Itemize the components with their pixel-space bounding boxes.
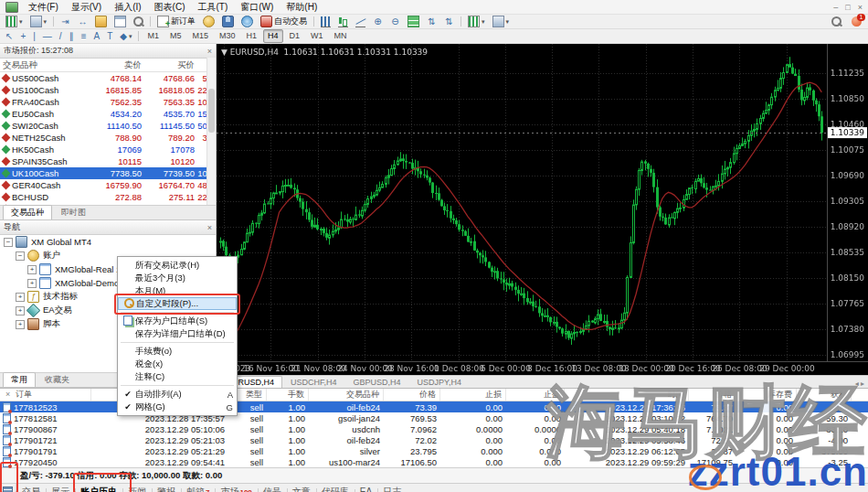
- market-watch-tab-即时图[interactable]: 即时图: [53, 205, 94, 219]
- window-layout-button[interactable]: [111, 15, 129, 28]
- market-watch-row[interactable]: FRA40Cash7562.357563.35100: [0, 96, 216, 108]
- context-menu-item[interactable]: ✔网格(G)G: [118, 401, 237, 413]
- tree-item[interactable]: −XM Global MT4: [0, 235, 216, 249]
- text-tool[interactable]: A: [90, 29, 102, 43]
- timeframe-m5[interactable]: M5: [165, 29, 186, 43]
- chart-tab-scroll-arrows[interactable]: ◂ ▸: [855, 380, 868, 388]
- context-menu-item[interactable]: 手续费(o): [118, 345, 237, 358]
- restore-button[interactable]: □: [845, 3, 850, 12]
- zoom-window-button[interactable]: [131, 15, 146, 28]
- menu-item-1[interactable]: 文件(F): [22, 0, 65, 14]
- chart-tab-usdjpyh4[interactable]: USDJPY,H4: [409, 376, 470, 388]
- order-row[interactable]: 1779017212023.12.29 05:21:03sell1.00oil-…: [0, 434, 868, 445]
- menu-item-5[interactable]: 工具(T): [191, 0, 234, 14]
- context-menu-item[interactable]: 保存为详细户口结单(D): [118, 327, 237, 340]
- timeframe-d1[interactable]: D1: [285, 29, 305, 43]
- market-watch-row[interactable]: GER40Cash16759.9016764.70480: [0, 179, 216, 191]
- mql-market-button[interactable]: [200, 15, 217, 28]
- menu-item-4[interactable]: 图表(C): [148, 0, 192, 14]
- notifications-button[interactable]: 1: [849, 15, 864, 28]
- zoom-out-button[interactable]: ⊖: [387, 15, 403, 28]
- context-menu-item[interactable]: 保存为户口结单(S): [118, 315, 237, 327]
- crosshair-tool[interactable]: +: [17, 29, 28, 43]
- auto-trading-button[interactable]: 自动交易: [258, 15, 310, 28]
- terminal-tab-账户历史[interactable]: 账户历史: [75, 486, 122, 492]
- context-menu-item[interactable]: 所有交易记录(H): [118, 259, 237, 272]
- arrange-up-button[interactable]: ⇅: [424, 15, 439, 28]
- periods-button[interactable]: ▾: [490, 15, 513, 28]
- context-menu-item[interactable]: 税金(x): [118, 358, 237, 370]
- context-menu-item[interactable]: 最近3个月(3): [118, 272, 237, 284]
- menu-item-6[interactable]: 窗口(W): [234, 0, 280, 14]
- terminal-tab-邮箱[interactable]: 邮箱7: [181, 486, 215, 492]
- new-chart-button[interactable]: ▾: [3, 15, 26, 28]
- zoom-in-button[interactable]: ⊕: [370, 15, 386, 28]
- tree-expand-icon[interactable]: +: [27, 279, 37, 288]
- context-menu-item[interactable]: ✔自动排列(A)A: [118, 388, 237, 401]
- terminal-tab-交易[interactable]: 交易: [16, 486, 46, 492]
- terminal-tab-文章[interactable]: 文章: [287, 486, 316, 492]
- vertical-line-tool[interactable]: |: [30, 29, 38, 43]
- tree-expand-icon[interactable]: +: [27, 265, 37, 274]
- timeframe-h4[interactable]: H4: [263, 29, 283, 43]
- navigator-tab-收藏夹[interactable]: 收藏夹: [37, 372, 78, 387]
- line-chart-button[interactable]: [353, 15, 368, 28]
- timeframe-w1[interactable]: W1: [306, 29, 328, 43]
- trendline-tool[interactable]: /: [57, 29, 65, 43]
- market-watch-row[interactable]: SWI20Cash11140.5011145.50500: [0, 120, 216, 132]
- chart-tab-usdchfh4[interactable]: USDCHF,H4: [282, 376, 345, 388]
- terminal-tab-日志[interactable]: 日志: [377, 486, 407, 492]
- label-tool[interactable]: T: [104, 29, 115, 43]
- fibonacci-tool[interactable]: ≡: [79, 29, 90, 43]
- close-icon[interactable]: ×: [3, 389, 13, 401]
- terminal-tab-展示[interactable]: 展示: [46, 486, 75, 492]
- profiles-button[interactable]: ▾: [27, 15, 50, 28]
- indicators-button[interactable]: ▾: [465, 15, 488, 28]
- market-watch-row[interactable]: NETH25Cash788.90789.2030: [0, 132, 216, 144]
- close-icon[interactable]: ×: [207, 223, 212, 232]
- close-icon[interactable]: ×: [207, 47, 212, 56]
- terminal-tab-警报[interactable]: 警报: [152, 486, 181, 492]
- market-watch-row[interactable]: SPAIN35Cash10115101205: [0, 155, 216, 167]
- chart-tab-gbpusdh4[interactable]: GBPUSD,H4: [345, 376, 409, 388]
- market-watch-scrollbar[interactable]: [206, 58, 216, 205]
- chart-shift-button[interactable]: ⇥: [58, 15, 73, 28]
- market-watch-tab-交易品种[interactable]: 交易品种: [3, 205, 52, 219]
- terminal-tab-市场[interactable]: 市场109: [215, 486, 257, 492]
- minimize-button[interactable]: ‒: [833, 3, 838, 12]
- context-menu-item[interactable]: 注释(C): [118, 370, 237, 383]
- terminal-tab-信号[interactable]: 信号: [258, 486, 287, 492]
- navigator-tab-常用[interactable]: 常用: [3, 372, 36, 387]
- horizontal-line-tool[interactable]: —: [40, 29, 55, 43]
- timeframe-m1[interactable]: M1: [143, 29, 164, 43]
- candle-chart-button[interactable]: [335, 15, 351, 28]
- market-watch-row[interactable]: BCHUSD272.88275.11223: [0, 191, 216, 203]
- market-watch-row[interactable]: US500Cash4768.144768.6652: [0, 72, 216, 84]
- channel-tool[interactable]: ∥: [67, 29, 77, 43]
- tree-expand-icon[interactable]: +: [16, 320, 25, 329]
- market-watch-row[interactable]: LTCUSD73.4073.80140: [0, 203, 216, 205]
- context-menu-item[interactable]: 自定义时段(P)...: [118, 297, 237, 310]
- scrollbar-thumb[interactable]: [208, 89, 215, 133]
- new-order-button[interactable]: 新订单: [154, 15, 198, 28]
- order-row[interactable]: 1779017912023.12.29 05:21:29sell1.00silv…: [0, 445, 868, 456]
- close-button[interactable]: ×: [858, 3, 863, 12]
- tile-windows-button[interactable]: [405, 15, 422, 28]
- auto-scroll-button[interactable]: ↔: [75, 15, 90, 28]
- web-trading-button[interactable]: [238, 15, 256, 28]
- market-watch-row[interactable]: US100Cash16815.8516818.05220: [0, 84, 216, 96]
- terminal-corner-icon[interactable]: [0, 484, 16, 492]
- timeframe-m15[interactable]: M15: [188, 29, 214, 43]
- cursor-tool[interactable]: ↖: [3, 29, 16, 43]
- tree-expand-icon[interactable]: −: [16, 251, 25, 261]
- terminal-tab-EA[interactable]: EA: [355, 487, 377, 492]
- menu-item-7[interactable]: 帮助(H): [280, 0, 323, 14]
- terminal-tab-代码库[interactable]: 代码库: [316, 486, 355, 492]
- tree-expand-icon[interactable]: +: [16, 293, 25, 302]
- search-button[interactable]: [829, 15, 844, 28]
- market-watch-row[interactable]: HK50Cash17069170789: [0, 144, 216, 155]
- bar-chart-button[interactable]: [318, 15, 333, 28]
- timeframe-h1[interactable]: H1: [242, 29, 262, 43]
- tree-expand-icon[interactable]: +: [16, 306, 25, 316]
- arrange-down-button[interactable]: ⇅: [441, 15, 457, 28]
